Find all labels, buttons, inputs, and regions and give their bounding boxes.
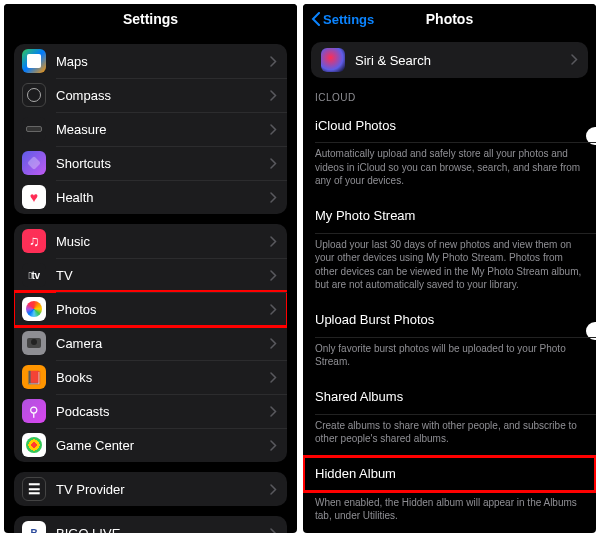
row-label: Photos (56, 302, 270, 317)
setting-label: My Photo Stream (315, 208, 415, 223)
sidebar-item-gamecenter[interactable]: Game Center (14, 428, 287, 462)
chevron-right-icon (270, 440, 277, 451)
row-label: Maps (56, 54, 270, 69)
row-label: TV Provider (56, 482, 270, 497)
row-label: TV (56, 268, 270, 283)
chevron-right-icon (270, 484, 277, 495)
chevron-right-icon (270, 406, 277, 417)
chevron-right-icon (270, 270, 277, 281)
shortcuts-icon (22, 151, 46, 175)
tvprovider-icon: ☰ (22, 477, 46, 501)
siri-icon (321, 48, 345, 72)
row-label: BIGO LIVE (56, 526, 270, 534)
sidebar-item-health[interactable]: ♥ Health (14, 180, 287, 214)
settings-group: ☰ TV Provider (14, 472, 287, 506)
podcasts-icon: ⚲ (22, 399, 46, 423)
setting-footer: When enabled, the Hidden album will appe… (303, 492, 596, 533)
chevron-right-icon (270, 372, 277, 383)
row-label: Siri & Search (355, 53, 571, 68)
sidebar-item-tvprovider[interactable]: ☰ TV Provider (14, 472, 287, 506)
books-icon: 📕 (22, 365, 46, 389)
measure-icon (22, 117, 46, 141)
siri-search-row[interactable]: Siri & Search (311, 42, 588, 78)
compass-icon (22, 83, 46, 107)
section-header-icloud: ICLOUD (315, 92, 584, 103)
row-label: Shortcuts (56, 156, 270, 171)
row-label: Music (56, 234, 270, 249)
page-title: Settings (123, 11, 178, 27)
sidebar-item-compass[interactable]: Compass (14, 78, 287, 112)
sidebar-item-bigo[interactable]: B BIGO LIVE (14, 516, 287, 533)
nav-header: Settings (4, 4, 297, 34)
sidebar-item-camera[interactable]: Camera (14, 326, 287, 360)
setting-label: iCloud Photos (315, 118, 396, 133)
chevron-right-icon (571, 51, 578, 69)
page-title: Photos (426, 11, 473, 27)
maps-icon (22, 49, 46, 73)
chevron-right-icon (270, 304, 277, 315)
sidebar-item-music[interactable]: ♫ Music (14, 224, 287, 258)
row-label: Podcasts (56, 404, 270, 419)
setting-footer: Create albums to share with other people… (303, 415, 596, 456)
bigo-icon: B (22, 521, 46, 533)
music-icon: ♫ (22, 229, 46, 253)
gamecenter-icon (22, 433, 46, 457)
setting-label: Shared Albums (315, 389, 403, 404)
chevron-left-icon (311, 12, 321, 26)
row-label: Compass (56, 88, 270, 103)
row-label: Camera (56, 336, 270, 351)
setting-footer: Upload your last 30 days of new photos a… (303, 234, 596, 302)
settings-list[interactable]: Maps Compass Measure Shortcuts ♥ Health (4, 34, 297, 533)
row-label: Game Center (56, 438, 270, 453)
row-label: Books (56, 370, 270, 385)
tv-icon: tv (22, 263, 46, 287)
my-photo-stream-row: My Photo Stream (303, 198, 596, 234)
sidebar-item-photos[interactable]: Photos (14, 292, 287, 326)
icloud-photos-row: iCloud Photos (303, 107, 596, 143)
chevron-right-icon (270, 124, 277, 135)
chevron-right-icon (270, 56, 277, 67)
sidebar-item-shortcuts[interactable]: Shortcuts (14, 146, 287, 180)
settings-group: B BIGO LIVE (14, 516, 287, 533)
upload-burst-row: Upload Burst Photos (303, 302, 596, 338)
chevron-right-icon (270, 90, 277, 101)
chevron-right-icon (270, 192, 277, 203)
health-icon: ♥ (22, 185, 46, 209)
setting-footer: Only favorite burst photos will be uploa… (303, 338, 596, 379)
shared-albums-row: Shared Albums (303, 379, 596, 415)
setting-label: Upload Burst Photos (315, 312, 434, 327)
back-button[interactable]: Settings (311, 12, 374, 27)
setting-footer: Automatically upload and safely store al… (303, 143, 596, 198)
settings-group: Maps Compass Measure Shortcuts ♥ Health (14, 44, 287, 214)
photos-settings-screen: Settings Photos Siri & Search ICLOUD iCl… (303, 4, 596, 533)
setting-label: Hidden Album (315, 466, 396, 481)
photos-icon (22, 297, 46, 321)
chevron-right-icon (270, 528, 277, 534)
settings-group: ♫ Music tv TV Photos Camera 📕 Bo (14, 224, 287, 462)
hidden-album-row: Hidden Album (303, 456, 596, 492)
sidebar-item-tv[interactable]: tv TV (14, 258, 287, 292)
row-label: Health (56, 190, 270, 205)
row-label: Measure (56, 122, 270, 137)
sidebar-item-podcasts[interactable]: ⚲ Podcasts (14, 394, 287, 428)
chevron-right-icon (270, 236, 277, 247)
sidebar-item-measure[interactable]: Measure (14, 112, 287, 146)
chevron-right-icon (270, 158, 277, 169)
sidebar-item-books[interactable]: 📕 Books (14, 360, 287, 394)
back-label: Settings (323, 12, 374, 27)
chevron-right-icon (270, 338, 277, 349)
sidebar-item-maps[interactable]: Maps (14, 44, 287, 78)
nav-header: Settings Photos (303, 4, 596, 34)
settings-screen: Settings Maps Compass Measure Shortcuts (4, 4, 297, 533)
camera-icon (22, 331, 46, 355)
